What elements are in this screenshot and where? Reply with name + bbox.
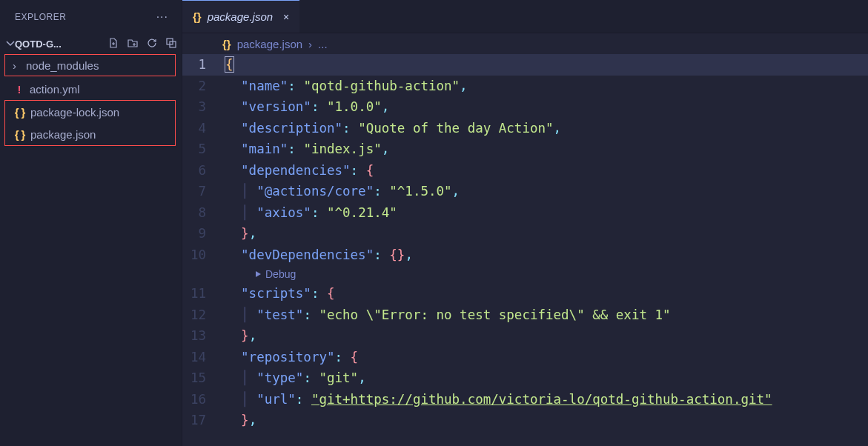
- chevron-right-icon: ›: [13, 59, 21, 72]
- line-number: 16: [182, 389, 225, 410]
- code-editor[interactable]: 1 { 2 "name": "qotd-github-action", 3 "v…: [182, 54, 868, 446]
- refresh-icon[interactable]: [146, 37, 158, 51]
- code-line: 10 "devDependencies": {},: [182, 244, 868, 266]
- code-line: 11 "scripts": {: [182, 283, 868, 304]
- explorer-sidebar: EXPLORER ··· QOTD-G... › node_modules ! …: [0, 0, 182, 446]
- tab-label: package.json: [208, 10, 273, 23]
- line-number: 6: [182, 160, 225, 182]
- explorer-title: EXPLORER: [15, 12, 66, 22]
- file-tree: › node_modules ! action.yml { } package-…: [0, 54, 182, 146]
- line-number: 2: [182, 76, 225, 97]
- line-number: 5: [182, 139, 225, 160]
- breadcrumb-sep: ›: [308, 38, 312, 50]
- line-number: 15: [182, 367, 225, 389]
- new-file-icon[interactable]: [107, 37, 119, 51]
- line-number: 3: [182, 96, 225, 118]
- json-icon: {}: [193, 10, 202, 23]
- line-number: 9: [182, 223, 225, 244]
- json-icon: { }: [14, 128, 26, 141]
- close-icon[interactable]: ×: [283, 11, 289, 23]
- json-icon: {}: [222, 38, 231, 50]
- tree-label: package-lock.json: [30, 106, 119, 119]
- code-line: 14 "repository": {: [182, 347, 868, 368]
- tree-label: node_modules: [26, 59, 99, 72]
- code-line: 6 "dependencies": {: [182, 160, 868, 182]
- line-number: 8: [182, 202, 225, 224]
- codelens-label: Debug: [265, 265, 296, 283]
- code-line: 5 "main": "index.js",: [182, 139, 868, 160]
- tree-folder-node-modules[interactable]: › node_modules: [4, 54, 176, 76]
- line-number: 12: [182, 304, 225, 326]
- editor-area: {} package.json × {} package.json › ... …: [182, 0, 868, 446]
- tree-file-action-yml[interactable]: ! action.yml: [0, 78, 182, 100]
- code-line: 16 │ "url": "git+https://github.com/vict…: [182, 389, 868, 410]
- code-line: 13 },: [182, 325, 868, 347]
- folder-header[interactable]: QOTD-G...: [0, 33, 182, 54]
- line-number: 4: [182, 118, 225, 139]
- collapse-icon[interactable]: [165, 37, 177, 51]
- code-line: 1 {: [182, 54, 868, 76]
- breadcrumb[interactable]: {} package.json › ...: [182, 33, 868, 54]
- tree-file-package-lock[interactable]: { } package-lock.json: [5, 101, 175, 123]
- code-line: 4 "description": "Quote of the day Actio…: [182, 118, 868, 139]
- line-number: 13: [182, 325, 225, 347]
- chevron-down-icon: [4, 37, 13, 51]
- explorer-header: EXPLORER ···: [0, 0, 182, 33]
- code-line: 17 },: [182, 410, 868, 431]
- line-number: 7: [182, 181, 225, 202]
- code-line: 3 "version": "1.0.0",: [182, 96, 868, 118]
- breadcrumb-more: ...: [318, 38, 328, 50]
- highlighted-files: { } package-lock.json { } package.json: [4, 100, 176, 146]
- code-line: 7 │ "@actions/core": "^1.5.0",: [182, 181, 868, 202]
- code-line: 12 │ "test": "echo \"Error: no test spec…: [182, 304, 868, 326]
- code-line: 9 },: [182, 223, 868, 244]
- tree-label: package.json: [30, 128, 96, 141]
- codelens-debug[interactable]: Debug: [182, 265, 868, 283]
- line-number: 14: [182, 347, 225, 368]
- code-line: 15 │ "type": "git",: [182, 367, 868, 389]
- tree-label: action.yml: [30, 83, 80, 96]
- line-number: 17: [182, 410, 225, 431]
- line-number: 11: [182, 283, 225, 304]
- tab-bar: {} package.json ×: [182, 0, 868, 33]
- tab-package-json[interactable]: {} package.json ×: [182, 0, 299, 33]
- tree-file-package-json[interactable]: { } package.json: [5, 123, 175, 145]
- code-line: 2 "name": "qotd-github-action",: [182, 76, 868, 97]
- more-icon[interactable]: ···: [156, 10, 168, 24]
- breadcrumb-file: package.json: [237, 38, 302, 50]
- code-line: 8 │ "axios": "^0.21.4": [182, 202, 868, 224]
- json-icon: { }: [14, 106, 26, 119]
- folder-name: QOTD-G...: [15, 39, 62, 50]
- yml-icon: !: [13, 83, 25, 96]
- line-number: 10: [182, 244, 225, 266]
- line-number: 1: [182, 54, 225, 76]
- new-folder-icon[interactable]: [127, 37, 139, 51]
